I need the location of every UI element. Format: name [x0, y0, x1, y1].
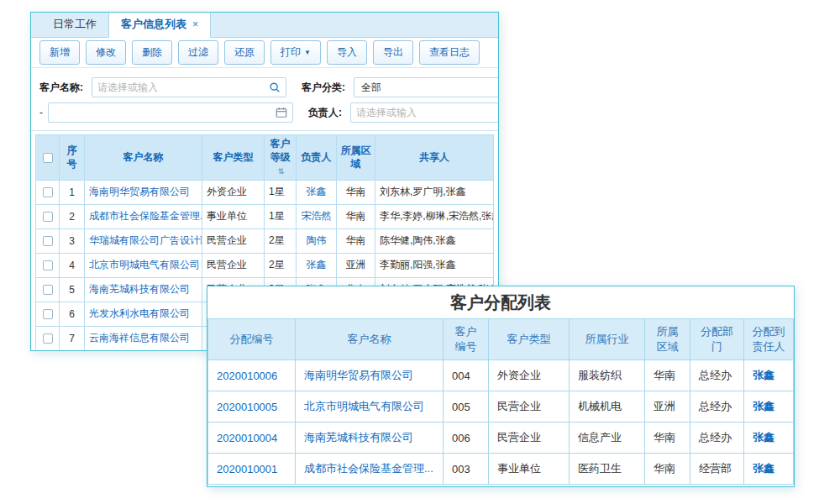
cell-no: 7	[60, 326, 85, 350]
close-icon[interactable]: ×	[192, 19, 198, 29]
cell-allocation-id: 2020010005	[208, 391, 296, 423]
allocation-panel-title: 客户分配列表	[207, 286, 794, 318]
row-checkbox[interactable]	[43, 212, 53, 222]
assignee-link[interactable]: 张鑫	[753, 400, 774, 412]
cell-customer-name: 海南明华贸易有限公司	[296, 360, 444, 391]
edit-button[interactable]: 修改	[86, 40, 126, 65]
tab-customer-info-list[interactable]: 客户信息列表 ×	[108, 12, 211, 38]
cell-checkbox	[36, 326, 60, 350]
export-button[interactable]: 导出	[373, 40, 413, 65]
cell-region: 华南	[337, 180, 375, 204]
col-header-assignee: 分配到责任人	[744, 319, 794, 360]
tab-daily-work[interactable]: 日常工作	[41, 12, 108, 37]
table-row: 2 成都市社会保险基金管理... 事业单位 1星 宋浩然 华南 李华,李婷,柳琳…	[36, 204, 494, 228]
cell-customer-type: 外资企业	[489, 360, 570, 391]
assignee-link[interactable]: 张鑫	[753, 431, 774, 444]
cell-no: 3	[60, 228, 85, 253]
col-header-owner: 负责人	[297, 135, 337, 181]
date-input[interactable]	[49, 107, 270, 118]
row-checkbox[interactable]	[43, 333, 53, 344]
cell-dept: 经营部	[690, 454, 744, 485]
cell-allocation-id: 2020010001	[208, 454, 296, 485]
customer-name-link[interactable]: 海南芜城科技有限公司	[304, 431, 413, 444]
calendar-icon[interactable]	[270, 107, 292, 118]
view-log-button[interactable]: 查看日志	[419, 40, 480, 65]
col-header-customer-name: 客户名称	[296, 319, 444, 360]
row-checkbox[interactable]	[43, 309, 53, 319]
col-header-level-label: 客户等级	[270, 138, 291, 163]
assignee-link[interactable]: 张鑫	[753, 369, 774, 381]
cell-no: 5	[60, 277, 85, 302]
sort-icon[interactable]: ⇅	[278, 167, 285, 176]
cell-name: 海南明华贸易有限公司	[85, 180, 202, 204]
col-header-industry: 所属行业	[570, 319, 645, 360]
owner-input[interactable]	[351, 107, 499, 118]
customer-name-link[interactable]: 海南芜城科技有限公司	[89, 283, 190, 295]
allocation-table: 分配编号 客户名称 客户编号 客户类型 所属行业 所属区域 分配部门 分配到责任…	[207, 318, 794, 485]
customer-name-link[interactable]: 海南明华贸易有限公司	[89, 186, 190, 197]
cell-checkbox	[36, 204, 60, 228]
row-checkbox[interactable]	[43, 260, 53, 270]
filter-area: 客户名称: 客户分类: 全部 -	[31, 68, 498, 131]
cell-industry: 服装纺织	[570, 360, 645, 391]
row-checkbox[interactable]	[43, 236, 53, 246]
print-button[interactable]: 打印 ▼	[270, 40, 321, 65]
cell-customer-no: 004	[444, 360, 489, 391]
allocation-id-link[interactable]: 2020010001	[217, 463, 277, 475]
restore-button[interactable]: 还原	[224, 40, 265, 65]
cell-name: 北京市明城电气有限公司	[85, 253, 202, 277]
customer-name-link[interactable]: 光发水利水电有限公司	[89, 307, 190, 319]
delete-button[interactable]: 删除	[132, 40, 172, 65]
owner-link[interactable]: 张鑫	[307, 259, 327, 270]
allocation-id-link[interactable]: 2020010005	[217, 401, 277, 413]
filter-button[interactable]: 过滤	[178, 40, 218, 65]
customer-name-link[interactable]: 成都市社会保险基金管理...	[89, 210, 202, 222]
col-header-region: 所属区域	[645, 319, 690, 360]
cell-no: 4	[60, 253, 85, 277]
row-checkbox[interactable]	[43, 187, 53, 197]
cell-shared: 李华,李婷,柳琳,宋浩然,张鑫	[375, 204, 494, 228]
customer-name-link[interactable]: 华瑞城有限公司广告设计部	[89, 234, 202, 246]
row-checkbox[interactable]	[43, 285, 53, 295]
search-icon[interactable]	[264, 81, 286, 93]
cell-name: 光发水利水电有限公司	[85, 302, 202, 326]
customer-name-link[interactable]: 北京市明城电气有限公司	[304, 400, 424, 412]
add-button[interactable]: 新增	[39, 40, 80, 65]
cell-dept: 总经办	[690, 391, 744, 423]
select-all-checkbox[interactable]	[43, 153, 53, 163]
cell-allocation-id: 2020010004	[208, 423, 296, 454]
customer-name-link[interactable]: 海南明华贸易有限公司	[304, 369, 413, 381]
import-button[interactable]: 导入	[327, 40, 367, 65]
allocation-row: 2020010001 成都市社会保险基金管理... 003 事业单位 医药卫生 …	[208, 454, 794, 485]
customer-name-link[interactable]: 云南海祥信息有限公司	[89, 332, 190, 344]
customer-category-select[interactable]: 全部	[354, 77, 499, 97]
cell-assignee: 张鑫	[744, 423, 794, 454]
cell-industry: 医药卫生	[570, 454, 645, 485]
cell-level: 2星	[265, 253, 297, 277]
col-header-checkbox	[36, 135, 60, 181]
allocation-row: 2020010005 北京市明城电气有限公司 005 民营企业 机械机电 亚洲 …	[208, 391, 794, 423]
allocation-id-link[interactable]: 2020010006	[217, 370, 277, 382]
col-header-level[interactable]: 客户等级⇅	[265, 135, 297, 181]
assignee-link[interactable]: 张鑫	[753, 462, 774, 475]
cell-customer-type: 民营企业	[489, 423, 570, 454]
col-header-shared: 共享人	[375, 135, 494, 181]
customer-name-link[interactable]: 成都市社会保险基金管理...	[304, 462, 433, 475]
cell-assignee: 张鑫	[744, 360, 794, 391]
allocation-header-row: 分配编号 客户名称 客户编号 客户类型 所属行业 所属区域 分配部门 分配到责任…	[208, 319, 794, 360]
col-header-customer-no: 客户编号	[444, 319, 489, 360]
owner-link[interactable]: 陶伟	[307, 234, 327, 246]
customer-name-input[interactable]	[92, 81, 264, 93]
owner-link[interactable]: 张鑫	[307, 186, 327, 197]
allocation-id-link[interactable]: 2020010004	[217, 432, 277, 444]
customer-name-link[interactable]: 北京市明城电气有限公司	[89, 259, 200, 270]
cell-industry: 信息产业	[570, 423, 645, 454]
owner-link[interactable]: 宋浩然	[302, 210, 332, 222]
cell-customer-no: 006	[444, 423, 489, 454]
table-row: 1 海南明华贸易有限公司 外资企业 1星 张鑫 华南 刘东林,罗广明,张鑫	[36, 180, 494, 204]
cell-allocation-id: 2020010006	[208, 360, 296, 391]
cell-customer-name: 北京市明城电气有限公司	[296, 391, 444, 423]
cell-name: 华瑞城有限公司广告设计部	[85, 228, 202, 253]
cell-region: 华南	[337, 204, 375, 228]
col-header-allocation-id: 分配编号	[208, 319, 296, 360]
